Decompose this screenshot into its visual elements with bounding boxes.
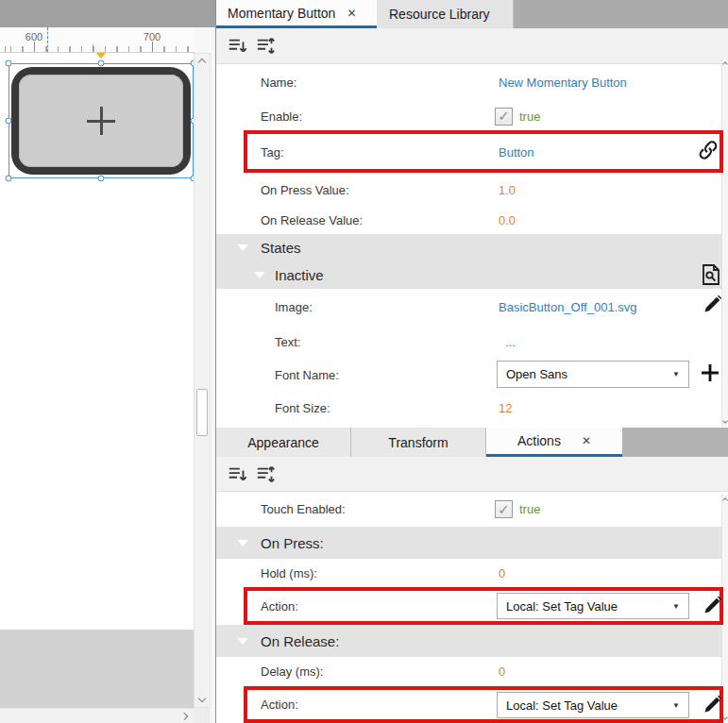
chevron-down-icon[interactable] <box>237 540 248 546</box>
chevron-down-icon[interactable] <box>254 272 265 278</box>
property-row-on-release-value: On Release Value: 0.0 <box>216 206 721 234</box>
on-release-action-value: Local: Set Tag Value <box>506 698 618 713</box>
close-icon[interactable]: ✕ <box>347 7 356 20</box>
canvas-vertical-scrollbar[interactable] <box>194 53 211 708</box>
collapse-all-icon[interactable] <box>228 464 248 485</box>
property-row-tag: Tag: Button <box>216 132 721 172</box>
chevron-down-icon[interactable] <box>237 244 248 251</box>
ruler-major-tick <box>34 42 35 52</box>
on-release-value-label: On Release Value: <box>216 213 363 227</box>
design-canvas[interactable] <box>0 53 194 630</box>
properties-scrollbar[interactable] <box>721 59 728 427</box>
on-press-value[interactable]: 1.0 <box>499 183 516 197</box>
delay-value[interactable]: 0 <box>499 664 505 679</box>
scroll-right-icon[interactable] <box>180 713 188 720</box>
ruler-medium-tick <box>93 44 93 52</box>
on-press-action-value: Local: Set Tag Value <box>506 599 618 614</box>
top-tab-bar: Momentary Button ✕ Resource Library <box>216 0 728 28</box>
on-press-title: On Press: <box>216 535 324 551</box>
tag-value[interactable]: Button <box>499 145 534 160</box>
edit-pencil-icon[interactable] <box>701 694 723 716</box>
inactive-section-header[interactable]: Inactive <box>216 261 721 289</box>
property-row-text: Text: ... <box>216 325 721 359</box>
delay-label: Delay (ms): <box>216 664 323 679</box>
on-press-value-label: On Press Value: <box>216 183 349 197</box>
property-row-font-size: Font Size: 12 <box>216 391 721 425</box>
expand-all-icon[interactable] <box>256 36 277 57</box>
scroll-up-icon[interactable] <box>722 497 728 503</box>
image-label: Image: <box>216 300 313 314</box>
scroll-up-icon[interactable] <box>198 59 206 66</box>
tab-transform[interactable]: Transform <box>351 428 486 457</box>
selection-handle-w[interactable] <box>6 118 12 125</box>
selection-handle-sw[interactable] <box>6 176 12 182</box>
caret-down-icon: ▼ <box>672 701 680 710</box>
properties-pane: Momentary Button ✕ Resource Library Name… <box>215 0 728 723</box>
edit-pencil-icon[interactable] <box>701 294 723 316</box>
inactive-title: Inactive <box>216 267 324 283</box>
enable-label: Enable: <box>216 109 302 124</box>
selection-handle-nw[interactable] <box>6 60 12 67</box>
tab-label: Resource Library <box>389 7 490 22</box>
on-press-action-dropdown[interactable]: Local: Set Tag Value ▼ <box>497 593 689 619</box>
font-name-label: Font Name: <box>216 368 339 382</box>
hold-value[interactable]: 0 <box>499 566 505 580</box>
on-press-section-header[interactable]: On Press: <box>216 527 721 559</box>
collapse-all-icon[interactable] <box>228 36 248 57</box>
actions-toolbar <box>216 457 728 492</box>
edit-pencil-icon[interactable] <box>701 595 723 617</box>
vertical-scroll-thumb[interactable] <box>196 389 208 436</box>
tab-label: Momentary Button <box>228 6 335 21</box>
property-row-image: Image: BasicButton_Off_001.svg <box>216 289 721 325</box>
text-value[interactable]: ... <box>505 335 516 349</box>
scroll-down-icon[interactable] <box>722 715 728 720</box>
expand-all-icon[interactable] <box>256 464 277 485</box>
link-icon[interactable] <box>697 139 720 161</box>
font-name-dropdown[interactable]: Open Sans ▼ <box>497 361 689 388</box>
tab-actions[interactable]: Actions ✕ <box>486 428 622 457</box>
scroll-down-icon[interactable] <box>722 418 728 424</box>
scroll-up-icon[interactable] <box>722 61 728 67</box>
tab-label: Actions <box>517 433 561 448</box>
ruler-major-tick <box>152 42 153 52</box>
chevron-down-icon[interactable] <box>237 638 248 645</box>
property-row-enable: Enable: ✓ true <box>216 100 721 132</box>
property-row-hold: Hold (ms): 0 <box>216 559 721 587</box>
preview-image-icon[interactable] <box>700 263 722 286</box>
selection-handle-s[interactable] <box>98 176 105 182</box>
tab-label: Transform <box>388 435 448 450</box>
scroll-down-icon[interactable] <box>198 695 206 702</box>
on-release-value[interactable]: 0.0 <box>499 213 516 227</box>
add-font-icon[interactable] <box>699 362 721 384</box>
on-release-action-dropdown[interactable]: Local: Set Tag Value ▼ <box>497 692 689 718</box>
horizontal-ruler: 600 700 <box>0 27 195 53</box>
close-icon[interactable]: ✕ <box>582 434 591 447</box>
action-label: Action: <box>216 698 298 712</box>
ruler-position-marker <box>96 53 106 59</box>
action-label: Action: <box>216 599 298 614</box>
font-name-value: Open Sans <box>506 367 567 381</box>
states-title: States <box>216 240 301 256</box>
tab-appearance[interactable]: Appearance <box>216 428 351 457</box>
hold-label: Hold (ms): <box>216 566 317 580</box>
image-value[interactable]: BasicButton_Off_001.svg <box>499 300 636 314</box>
canvas-horizontal-scrollbar[interactable] <box>0 708 194 723</box>
enable-value: true <box>519 109 540 124</box>
on-release-title: On Release: <box>216 633 339 649</box>
selection-handle-n[interactable] <box>98 60 105 67</box>
font-size-value[interactable]: 12 <box>499 401 512 415</box>
tag-label: Tag: <box>216 145 284 160</box>
bottom-tab-bar: Appearance Transform Actions ✕ <box>216 428 728 457</box>
touch-enabled-checkbox[interactable]: ✓ <box>495 500 513 518</box>
caret-down-icon: ▼ <box>672 370 680 378</box>
on-release-section-header[interactable]: On Release: <box>216 625 721 657</box>
canvas-top-bar <box>0 0 215 27</box>
tab-momentary-button[interactable]: Momentary Button ✕ <box>216 0 377 28</box>
states-section-header[interactable]: States <box>216 234 721 261</box>
text-label: Text: <box>216 335 300 349</box>
property-row-touch-enabled: Touch Enabled: ✓ true <box>216 492 721 527</box>
caret-down-icon: ▼ <box>672 602 680 611</box>
tab-resource-library[interactable]: Resource Library <box>377 0 514 28</box>
name-value[interactable]: New Momentary Button <box>499 76 627 90</box>
enable-checkbox[interactable]: ✓ <box>495 108 513 126</box>
